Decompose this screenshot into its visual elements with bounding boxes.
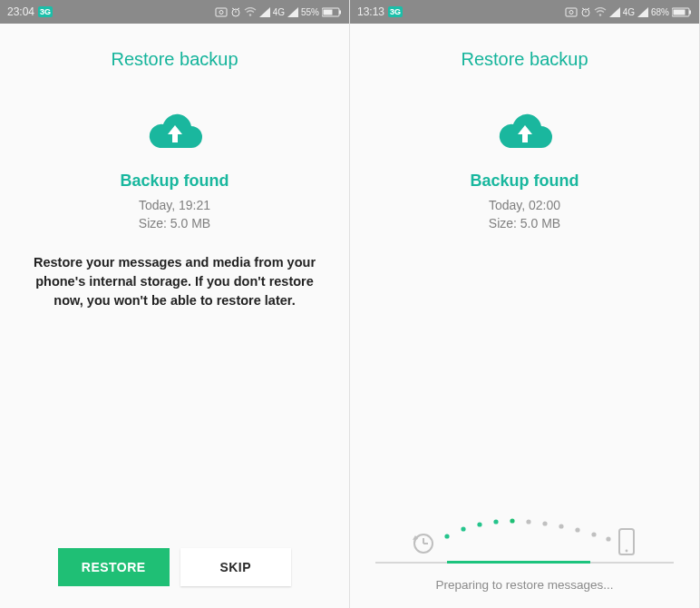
cloud-upload-icon <box>0 112 349 159</box>
svg-point-1 <box>219 11 223 15</box>
transfer-arc-icon <box>407 513 643 560</box>
backup-found-heading: Backup found <box>0 172 349 191</box>
svg-line-17 <box>588 8 589 9</box>
progress-label: Preparing to restore messages... <box>436 578 614 592</box>
phone-right: 13:13 3G 4G 68% Restore <box>350 0 700 608</box>
svg-rect-12 <box>566 8 577 16</box>
phone-left: 23:04 3G 4G 55% Restore <box>0 0 350 608</box>
camera-icon <box>215 6 228 17</box>
svg-point-29 <box>461 526 465 531</box>
svg-point-34 <box>542 521 547 525</box>
svg-point-32 <box>510 518 514 523</box>
svg-point-38 <box>606 536 610 541</box>
status-time: 13:13 <box>357 5 384 18</box>
progress-bar-fill <box>447 561 590 564</box>
svg-point-37 <box>591 532 596 536</box>
svg-rect-0 <box>216 8 227 16</box>
page-title: Restore backup <box>0 49 349 70</box>
svg-marker-7 <box>259 7 270 17</box>
svg-point-31 <box>493 519 498 524</box>
camera-icon <box>565 6 578 17</box>
status-bar: 23:04 3G 4G 55% <box>0 0 349 24</box>
skip-button[interactable]: SKIP <box>180 548 292 586</box>
alarm-icon <box>230 6 241 17</box>
status-bar: 13:13 3G 4G 68% <box>350 0 699 24</box>
svg-point-36 <box>575 527 579 532</box>
button-row: RESTORE SKIP <box>0 548 349 608</box>
signal-icon <box>259 7 270 17</box>
battery-icon <box>672 7 692 17</box>
svg-point-30 <box>477 522 481 526</box>
svg-line-16 <box>582 8 584 9</box>
svg-point-35 <box>559 524 563 528</box>
signal-badge: 3G <box>388 6 403 17</box>
svg-point-13 <box>569 11 573 15</box>
signal-badge: 3G <box>38 6 53 17</box>
svg-rect-11 <box>324 9 333 15</box>
svg-point-33 <box>526 519 530 524</box>
svg-rect-23 <box>674 9 685 15</box>
backup-meta: Today, 19:21 Size: 5.0 MB <box>0 196 349 233</box>
battery-percent: 55% <box>301 7 319 17</box>
progress-area: Preparing to restore messages... <box>350 481 699 608</box>
svg-rect-22 <box>689 10 691 14</box>
backup-size: Size: 5.0 MB <box>0 214 349 232</box>
backup-time: Today, 02:00 <box>350 196 699 214</box>
svg-marker-20 <box>637 7 648 17</box>
backup-found-heading: Backup found <box>350 172 699 191</box>
signal-icon-2 <box>637 7 648 17</box>
backup-size: Size: 5.0 MB <box>350 214 699 232</box>
cloud-upload-icon <box>350 112 699 159</box>
signal-icon-2 <box>287 7 298 17</box>
battery-icon <box>322 7 342 17</box>
svg-line-4 <box>232 8 234 9</box>
svg-marker-8 <box>287 7 298 17</box>
svg-marker-19 <box>609 7 620 17</box>
svg-point-28 <box>444 534 449 538</box>
backup-meta: Today, 02:00 Size: 5.0 MB <box>350 196 699 233</box>
progress-bar <box>375 562 674 564</box>
alarm-icon <box>580 6 591 17</box>
status-time: 23:04 <box>7 5 34 18</box>
battery-percent: 68% <box>651 7 669 17</box>
svg-line-5 <box>238 8 239 9</box>
network-label: 4G <box>623 7 635 17</box>
svg-rect-10 <box>339 10 341 14</box>
svg-point-6 <box>248 14 250 15</box>
network-label: 4G <box>273 7 285 17</box>
backup-time: Today, 19:21 <box>0 196 349 214</box>
restore-button[interactable]: RESTORE <box>58 548 170 586</box>
svg-point-18 <box>598 14 600 15</box>
svg-point-40 <box>625 550 627 553</box>
wifi-icon <box>244 7 257 17</box>
restore-description: Restore your messages and media from you… <box>20 253 329 310</box>
wifi-icon <box>594 7 607 17</box>
signal-icon <box>609 7 620 17</box>
page-title: Restore backup <box>350 49 699 70</box>
